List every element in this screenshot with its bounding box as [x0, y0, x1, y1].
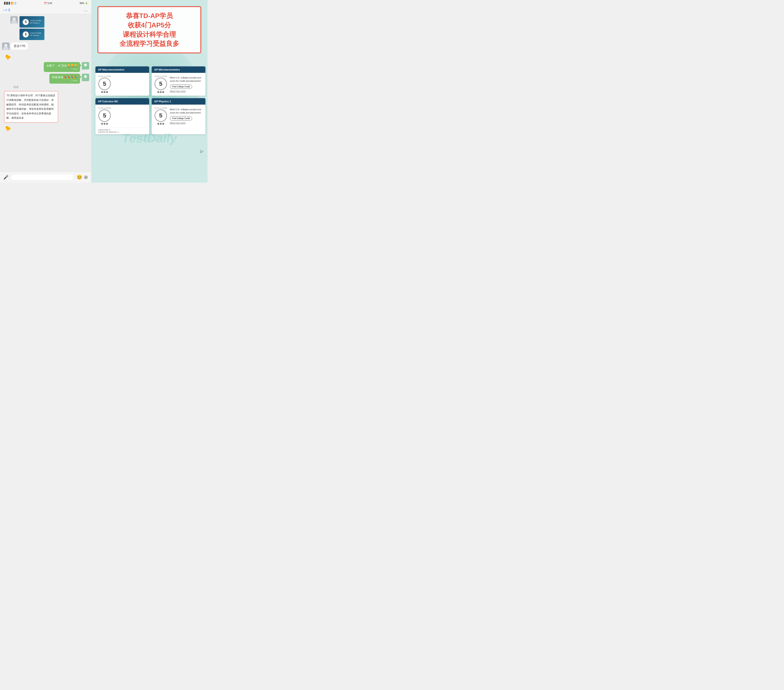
avatar-emoji-1: 🐤	[4, 53, 12, 61]
send-label-2: ✓TomD	[52, 79, 77, 82]
phone-screenshot: ▐▐▐▐ 📶 Q ⏰ 5:19 56% 🔋 ‹ < 3 ...	[0, 0, 91, 183]
avatar-right-1	[82, 62, 89, 69]
bottom-emoji-row: 🐤	[2, 125, 89, 132]
find-credit-btn-physics[interactable]: Find College Credit	[170, 116, 192, 121]
score-thumbnails: 5 YOUR SCOREAP Physics 1 5 YOUR SCOREAP …	[2, 16, 89, 40]
building-icons-calc: 🏛🏛🏛	[101, 123, 108, 125]
svg-point-9	[84, 75, 87, 78]
time-icon: ⏰	[44, 2, 47, 4]
app-indicator: Q	[14, 2, 16, 5]
card-header-physics: AP Physics 1	[152, 98, 205, 105]
status-time: ⏰ 5:19	[44, 2, 52, 5]
avatar-right-2	[82, 74, 89, 81]
score-circle-physics: YOUR SCORE 5 🏛🏛🏛	[154, 107, 167, 125]
status-right: 56% 🔋	[80, 2, 88, 5]
building-icons-physics: 🏛🏛🏛	[157, 123, 164, 125]
message-gongxi: 恭喜恭喜🎉🎉🎉🎉 ✓TomD	[49, 74, 80, 84]
score-cards-grid: AP Macroeconomics YOUR SCORE 5 🏛🏛🏛 AP Mi…	[96, 66, 205, 134]
back-arrow: ‹	[3, 8, 4, 12]
battery-icon: 🔋	[85, 2, 88, 5]
building-icons-micro: 🏛🏛🏛	[157, 91, 164, 93]
card-body-macro: YOUR SCORE 5 🏛🏛🏛	[96, 73, 149, 96]
svg-point-7	[84, 63, 87, 66]
back-button[interactable]: ‹ < 3	[3, 8, 10, 12]
card-header-calc: AP Calculus BC	[96, 98, 149, 105]
emoji-icon[interactable]: 😊	[77, 175, 82, 180]
subscore-icon: ①	[109, 129, 110, 131]
score-card-microeconomics: AP Microeconomics YOUR SCORE 5 🏛🏛🏛 Most …	[152, 66, 205, 96]
score-circle-micro: YOUR SCORE 5 🏛🏛🏛	[154, 75, 167, 93]
card-right-physics: Most U.S. colleges accept your score for…	[170, 108, 203, 124]
back-count: < 3	[5, 8, 10, 12]
announcement-line1: 恭喜TD-AP学员	[102, 11, 197, 21]
score-card-physics: AP Physics 1 YOUR SCORE 5 🏛🏛🏛 Most U.S. …	[152, 98, 205, 134]
svg-point-1	[12, 17, 16, 21]
about-score-link-physics[interactable]: About your score	[170, 121, 186, 124]
score-thumb-2: 5 YOUR SCOREAP Calculus	[20, 29, 44, 40]
message-row-1: 是这个吗	[2, 43, 89, 52]
card-right-micro: Most U.S. colleges accept your score for…	[170, 76, 203, 93]
subscore-text: Calculus AB Subscore: 5	[98, 131, 119, 133]
message-xiexie: 谢谢	[2, 85, 89, 89]
chat-area: 5 YOUR SCOREAP Physics 1 5 YOUR SCOREAP …	[0, 14, 91, 183]
card-header-micro: AP Microeconomics	[152, 66, 205, 73]
card-body-calc: YOUR SCORE 5 🏛🏛🏛	[96, 105, 149, 127]
add-icon[interactable]: ⊕	[84, 174, 88, 180]
status-bar: ▐▐▐▐ 📶 Q ⏰ 5:19 56% 🔋	[0, 0, 91, 6]
score-desc-micro: Most U.S. colleges accept your score for…	[170, 76, 203, 83]
message-row-3: 恭喜恭喜🎉🎉🎉🎉 ✓TomD	[2, 74, 89, 84]
chat-header: ‹ < 3 ...	[0, 6, 91, 14]
announcement-line2: 收获4门AP5分	[102, 21, 197, 30]
battery-percent: 56%	[80, 2, 84, 4]
avatar-left-1	[10, 16, 18, 24]
promo-side: 恭喜TD-AP学员 收获4门AP5分 课程设计科学合理 全流程学习受益良多 Te…	[91, 0, 208, 183]
subscore-section-calc: SUBSCORE ① Calculus AB Subscore: 5	[96, 127, 149, 134]
card-body-micro: YOUR SCORE 5 🏛🏛🏛 Most U.S. colleges acce…	[152, 73, 205, 96]
message-row-2: 太棒了，4门5分🏆🏆🏆 ✓TomD	[2, 62, 89, 72]
building-icons-macro: 🏛🏛🏛	[101, 91, 108, 93]
card-header-macro: AP Macroeconomics	[96, 66, 149, 73]
card-body-physics: YOUR SCORE 5 🏛🏛🏛 Most U.S. colleges acce…	[152, 105, 205, 127]
score-card-calculus: AP Calculus BC YOUR SCORE 5 🏛🏛🏛 SUBSCORE…	[96, 98, 149, 134]
message-shizhegema: 是这个吗	[11, 43, 28, 50]
score-card-macroeconomics: AP Macroeconomics YOUR SCORE 5 🏛🏛🏛	[96, 66, 149, 96]
announcement-line3: 课程设计科学合理	[102, 30, 197, 39]
svg-point-4	[4, 44, 7, 47]
about-score-link-micro[interactable]: About your score	[170, 90, 186, 93]
bottom-bar: 🎤 😊 ⊕	[0, 172, 91, 183]
message-taibangle: 太棒了，4门5分🏆🏆🏆 ✓TomD	[44, 62, 80, 72]
avatar-left-2	[2, 43, 10, 50]
find-credit-btn-micro[interactable]: Find College Credit	[170, 84, 192, 89]
score-thumb-1: 5 YOUR SCOREAP Physics 1	[20, 16, 44, 28]
status-left: ▐▐▐▐ 📶 Q	[3, 2, 16, 5]
wifi-icon: 📶	[11, 2, 13, 5]
score-desc-physics: Most U.S. colleges accept your score for…	[170, 108, 203, 114]
signal-icon: ▐▐▐▐	[3, 2, 10, 4]
voice-icon[interactable]: 🎤	[3, 175, 8, 180]
score-circle-macro: YOUR SCORE 5 🏛🏛🏛	[98, 75, 111, 93]
score-circle-calc: YOUR SCORE 5 🏛🏛🏛	[98, 107, 111, 125]
announcement-box: 恭喜TD-AP学员 收获4门AP5分 课程设计科学合理 全流程学习受益良多	[97, 6, 201, 53]
more-button[interactable]: ...	[84, 8, 88, 12]
review-box: TD 课程设计很科学合理，对于重难点也能进行清晰地讲解，另外配套的练习也很好，有…	[4, 91, 58, 123]
announcement-line4: 全流程学习受益良多	[102, 39, 197, 48]
cursor-icon: ▷	[200, 149, 203, 154]
send-label-1: ✓TomD	[46, 68, 77, 71]
subscore-label: SUBSCORE	[98, 129, 109, 131]
avatar-emoji-2: 🐤	[4, 125, 12, 132]
